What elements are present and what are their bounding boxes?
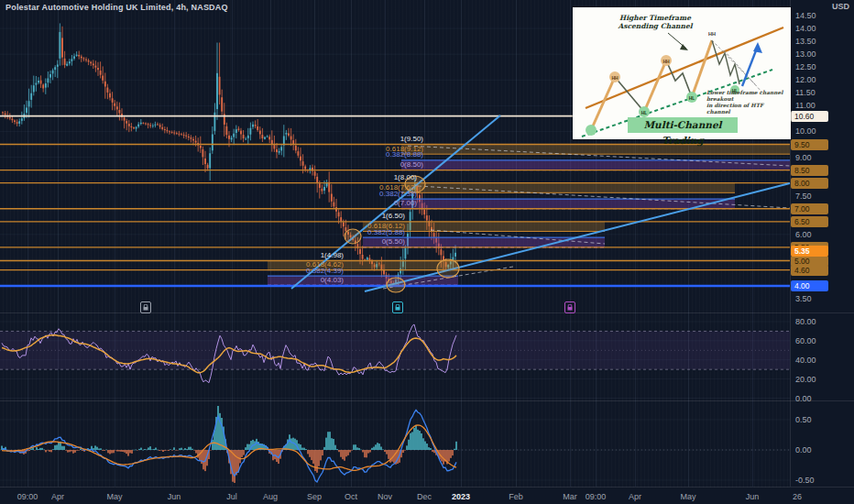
candle-body <box>100 71 102 75</box>
fib-level-label: 0(7.00) <box>394 199 417 207</box>
candle-body <box>268 137 270 139</box>
symbol-title[interactable]: Polestar Automotive Holding UK Limited, … <box>5 3 228 12</box>
candle-body <box>185 136 187 137</box>
time-tick-label[interactable]: Jul <box>226 492 237 501</box>
price-tick-label: 9.00 <box>795 153 812 162</box>
node-label: HL <box>641 110 648 115</box>
macd-histogram-bar <box>41 448 43 450</box>
price-tick-label: 10.00 <box>795 126 816 136</box>
candle-body <box>267 137 268 137</box>
macd-histogram-bar <box>311 450 312 460</box>
candle-body <box>214 113 216 131</box>
macd-histogram-bar <box>190 447 192 450</box>
time-tick-label[interactable]: May <box>106 492 122 501</box>
fib-gold-band <box>268 261 458 270</box>
price-tick-label: 14.00 <box>795 24 816 33</box>
time-tick-label[interactable]: Oct <box>345 492 357 501</box>
price-tick-label: 13.50 <box>795 37 816 46</box>
candle-body <box>345 227 347 231</box>
candle-body <box>192 139 194 141</box>
time-tick-label[interactable]: 09:00 <box>17 492 38 501</box>
macd-histogram-bar <box>355 444 356 450</box>
time-tick-label[interactable]: 2023 <box>452 492 470 501</box>
macd-histogram-bar <box>256 439 257 450</box>
time-tick-label[interactable]: Apr <box>629 492 641 501</box>
time-tick-label[interactable]: Sep <box>307 492 322 501</box>
fib-level-label: 1(4.98) <box>321 251 344 259</box>
macd-histogram-bar <box>170 449 171 450</box>
macd-histogram-bar <box>175 450 177 451</box>
time-tick-label[interactable]: Jun <box>168 492 181 501</box>
macd-histogram-bar <box>39 448 41 450</box>
macd-histogram-bar <box>426 444 428 450</box>
macd-histogram-bar <box>127 450 129 456</box>
candle-body <box>83 59 85 60</box>
candle-body <box>116 106 118 109</box>
macd-histogram-bar <box>137 450 138 451</box>
candle-body <box>176 133 178 134</box>
candle-body <box>316 177 318 182</box>
macd-histogram-bar <box>177 450 179 451</box>
macd-histogram-bar <box>151 449 153 450</box>
candle-body <box>124 117 126 120</box>
candle-body <box>159 125 161 126</box>
time-tick-label[interactable]: Nov <box>378 492 392 501</box>
candle-body <box>219 77 221 95</box>
candle-body <box>93 63 94 65</box>
macd-histogram-bar <box>322 450 323 455</box>
time-tick-label[interactable]: Dec <box>417 492 432 501</box>
event-marker-icon[interactable] <box>392 301 403 313</box>
macd-histogram-bar <box>320 450 322 460</box>
candle-body <box>48 78 49 82</box>
macd-histogram-bar <box>181 448 182 450</box>
candle-body <box>119 110 121 113</box>
macd-histogram-bar <box>377 443 378 450</box>
candle-body <box>338 213 340 217</box>
macd-histogram-bar <box>197 450 199 458</box>
macd-histogram-bar <box>195 450 197 454</box>
node-label: HH <box>611 75 619 81</box>
time-tick-label[interactable]: Jun <box>746 492 760 501</box>
fib-level-label: 0(4.03) <box>321 276 344 284</box>
time-tick-label[interactable]: 26 <box>793 492 802 501</box>
candle-body <box>26 107 27 113</box>
macd-histogram-bar <box>316 450 318 473</box>
macd-histogram-bar <box>391 450 393 462</box>
fib-purple-band <box>401 199 735 209</box>
macd-histogram-bar <box>38 449 39 450</box>
circle-highlight-drawing[interactable] <box>387 278 405 292</box>
macd-histogram-bar <box>56 445 58 450</box>
candle-body <box>76 55 78 56</box>
macd-histogram-bar <box>300 444 301 450</box>
time-tick-label[interactable]: Feb <box>509 492 523 501</box>
time-tick-label[interactable]: 09:00 <box>586 492 607 501</box>
macd-histogram-bar <box>235 450 237 475</box>
macd-histogram-bar <box>410 433 411 450</box>
event-marker-icon[interactable] <box>564 301 575 313</box>
time-tick-label[interactable]: May <box>680 492 695 501</box>
time-tick-label[interactable]: Apr <box>51 492 64 501</box>
price-tick-label: 7.50 <box>795 192 812 201</box>
candle-body <box>107 88 109 93</box>
macd-histogram-bar <box>375 444 377 450</box>
macd-histogram-bar <box>356 447 358 450</box>
candle-body <box>38 81 39 82</box>
htf-annotation-line2: Ascending Channel <box>600 23 710 31</box>
macd-histogram-bar <box>124 450 126 453</box>
multi-channel-trading-inset[interactable]: HL HL HL HH HH HH Higher Timeframe Ascen… <box>573 7 791 139</box>
candle-body <box>362 255 364 259</box>
price-upswing-2 <box>644 60 666 112</box>
macd-histogram-bar <box>65 450 67 451</box>
price-tick-label: 11.00 <box>795 101 816 110</box>
circle-highlight-drawing[interactable] <box>345 229 361 244</box>
macd-histogram-bar <box>448 450 450 462</box>
time-tick-label[interactable]: Mar <box>563 492 577 501</box>
macd-histogram-bar <box>430 448 432 450</box>
macd-histogram-bar <box>102 450 104 451</box>
candle-body <box>295 146 297 150</box>
time-tick-label[interactable]: Aug <box>263 492 278 501</box>
event-marker-icon[interactable] <box>140 301 151 313</box>
macd-histogram-bar <box>432 450 433 452</box>
circle-highlight-drawing[interactable] <box>437 259 459 278</box>
candle-body <box>235 129 237 133</box>
